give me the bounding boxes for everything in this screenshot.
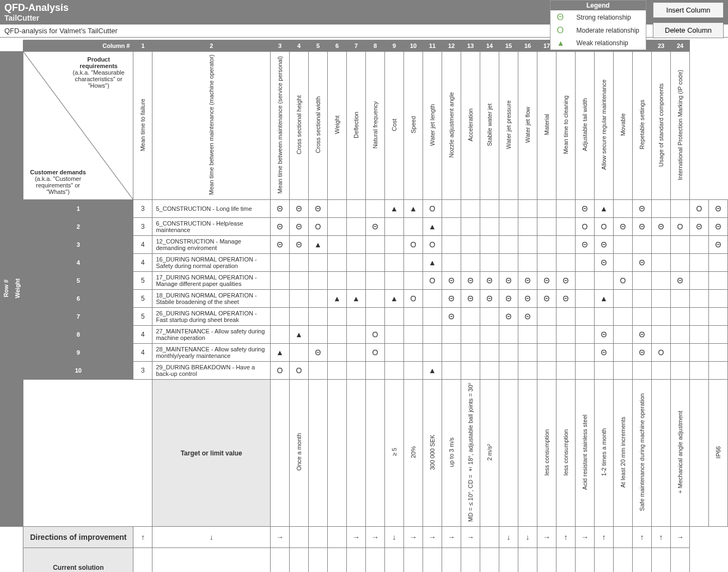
relationship-cell[interactable] [690,290,709,308]
relationship-cell[interactable]: Θ [671,272,690,290]
relationship-cell[interactable]: Θ [537,290,556,308]
relationship-cell[interactable] [442,254,461,272]
relationship-cell[interactable] [614,200,633,218]
relationship-cell[interactable] [633,236,652,254]
relationship-cell[interactable]: Θ [442,308,461,326]
relationship-cell[interactable] [690,272,709,290]
relationship-cell[interactable] [328,236,347,254]
relationship-cell[interactable]: ▲ [385,290,404,308]
relationship-cell[interactable] [633,290,652,308]
relationship-cell[interactable] [404,218,423,236]
relationship-cell[interactable]: Ο [366,344,385,362]
relationship-cell[interactable]: Θ [595,236,614,254]
relationship-cell[interactable] [480,200,499,218]
relationship-cell[interactable] [309,290,328,308]
relationship-cell[interactable] [442,236,461,254]
relationship-cell[interactable]: Θ [633,344,652,362]
relationship-cell[interactable] [480,308,499,326]
relationship-cell[interactable] [709,362,728,380]
relationship-cell[interactable] [442,326,461,344]
relationship-cell[interactable]: Θ [271,218,290,236]
relationship-cell[interactable] [671,344,690,362]
relationship-cell[interactable] [328,362,347,380]
relationship-cell[interactable] [614,326,633,344]
relationship-cell[interactable] [461,326,480,344]
relationship-cell[interactable] [461,218,480,236]
relationship-cell[interactable] [290,272,309,290]
relationship-cell[interactable] [404,272,423,290]
relationship-cell[interactable]: Ο [404,236,423,254]
relationship-cell[interactable]: Θ [709,236,728,254]
relationship-cell[interactable] [499,200,518,218]
relationship-cell[interactable] [576,272,595,290]
relationship-cell[interactable] [556,362,576,380]
relationship-cell[interactable]: Ο [576,218,595,236]
relationship-cell[interactable] [633,308,652,326]
relationship-cell[interactable] [614,308,633,326]
relationship-cell[interactable]: Θ [633,326,652,344]
relationship-cell[interactable] [671,326,690,344]
relationship-cell[interactable] [423,290,442,308]
relationship-cell[interactable] [423,308,442,326]
relationship-cell[interactable]: Θ [576,236,595,254]
relationship-cell[interactable] [652,254,671,272]
relationship-cell[interactable] [576,326,595,344]
relationship-cell[interactable]: Θ [518,272,537,290]
relationship-cell[interactable]: Θ [309,200,328,218]
relationship-cell[interactable] [690,254,709,272]
relationship-cell[interactable]: Θ [709,218,728,236]
relationship-cell[interactable] [404,254,423,272]
relationship-cell[interactable] [347,200,366,218]
relationship-cell[interactable] [347,308,366,326]
relationship-cell[interactable] [556,254,576,272]
relationship-cell[interactable] [576,290,595,308]
relationship-cell[interactable] [366,290,385,308]
relationship-cell[interactable] [652,200,671,218]
relationship-cell[interactable] [556,200,576,218]
relationship-cell[interactable] [328,344,347,362]
relationship-cell[interactable] [290,308,309,326]
relationship-cell[interactable]: Ο [290,362,309,380]
relationship-cell[interactable] [595,308,614,326]
relationship-cell[interactable] [480,254,499,272]
relationship-cell[interactable] [652,362,671,380]
relationship-cell[interactable] [480,218,499,236]
relationship-cell[interactable]: Ο [423,272,442,290]
relationship-cell[interactable]: Θ [290,218,309,236]
relationship-cell[interactable] [499,236,518,254]
relationship-cell[interactable]: Θ [690,218,709,236]
relationship-cell[interactable] [461,308,480,326]
relationship-cell[interactable]: Ο [423,200,442,218]
relationship-cell[interactable]: Θ [518,290,537,308]
relationship-cell[interactable]: Θ [614,218,633,236]
relationship-cell[interactable] [518,236,537,254]
relationship-cell[interactable] [290,254,309,272]
relationship-cell[interactable]: Θ [518,308,537,326]
relationship-cell[interactable] [480,236,499,254]
relationship-cell[interactable]: Θ [290,236,309,254]
relationship-cell[interactable] [518,362,537,380]
relationship-cell[interactable] [366,200,385,218]
relationship-cell[interactable]: ▲ [423,362,442,380]
relationship-cell[interactable]: ▲ [271,344,290,362]
relationship-cell[interactable] [537,308,556,326]
relationship-cell[interactable]: ▲ [423,254,442,272]
relationship-cell[interactable] [652,326,671,344]
relationship-cell[interactable] [480,326,499,344]
relationship-cell[interactable] [614,290,633,308]
relationship-cell[interactable] [271,326,290,344]
relationship-cell[interactable] [366,362,385,380]
relationship-cell[interactable]: Θ [499,308,518,326]
relationship-cell[interactable]: Ο [309,218,328,236]
insert-column-button[interactable]: Insert Column [653,2,724,18]
relationship-cell[interactable] [347,236,366,254]
relationship-cell[interactable] [404,344,423,362]
relationship-cell[interactable]: Θ [537,272,556,290]
relationship-cell[interactable] [461,254,480,272]
relationship-cell[interactable] [309,308,328,326]
relationship-cell[interactable]: Θ [366,218,385,236]
relationship-cell[interactable] [366,272,385,290]
relationship-cell[interactable] [385,254,404,272]
relationship-cell[interactable] [595,362,614,380]
relationship-cell[interactable]: Θ [633,200,652,218]
